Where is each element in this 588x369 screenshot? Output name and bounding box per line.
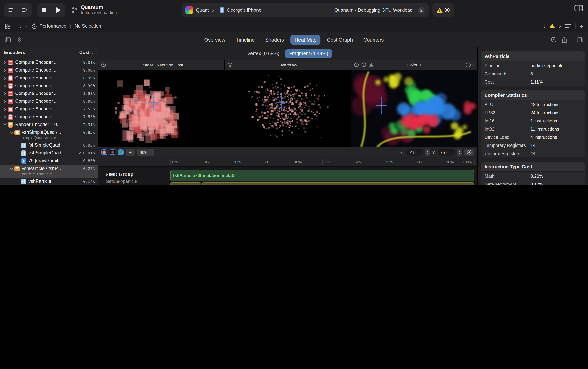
gear-icon[interactable]: ⚙	[17, 36, 22, 43]
back-chevron-icon[interactable]: ‹	[20, 23, 21, 29]
attachment-pane[interactable]: Color 0 ⌄	[351, 60, 477, 147]
window-layout-icon[interactable]	[574, 4, 583, 12]
pane-canvas-holder[interactable]	[98, 70, 224, 147]
pane-header: Shader Execution Cost	[98, 60, 224, 70]
x-stepper[interactable]: ▲▼	[425, 149, 430, 156]
attachment-thumb-overdraw[interactable]	[110, 149, 115, 155]
breadcrumb-selection[interactable]: No Selection	[75, 23, 101, 29]
flame-bar[interactable]: fwidth <metal_graphics> ([INLINED])	[202, 182, 475, 184]
forward-chevron-icon[interactable]: ›	[25, 23, 27, 29]
pane-menu[interactable]: ⌄	[466, 62, 475, 67]
stage-segment[interactable]: Fragment (1.44%)	[285, 49, 332, 58]
svg-text:{}: {}	[22, 144, 26, 147]
encoder-row[interactable]: Render Encoder 1 0... 2.31%	[0, 121, 98, 129]
encoder-row[interactable]: Compute Encoder... 7.53%	[0, 105, 98, 113]
x-coordinate-field[interactable]: 915	[406, 149, 423, 156]
encoder-cost: 8.98%	[83, 98, 95, 105]
run-session-title: Quantum - Debugging GPU Workload	[334, 7, 413, 13]
prev-issue-icon[interactable]: ‹	[544, 23, 545, 29]
inspector-row: Int32 11 Instructions	[481, 125, 585, 133]
lines-icon[interactable]	[565, 24, 571, 28]
flame-bar[interactable]: fshParticle <Simulation....	[170, 182, 201, 184]
ai-assistant-icon[interactable]	[18, 3, 32, 17]
encoder-label: vshSimpleQuad	[28, 150, 76, 156]
encoder-row[interactable]: Compute Encoder... 8.99%	[0, 74, 98, 82]
encoder-row[interactable]: Compute Encoder... 8.98%	[0, 90, 98, 98]
ruler-tick-label: 100%	[463, 159, 475, 165]
add-attachment-button[interactable]: +	[126, 149, 134, 156]
pane-canvas-holder[interactable]	[225, 70, 351, 147]
compute-encoder-icon	[8, 83, 13, 89]
gauge-icon[interactable]	[551, 37, 557, 43]
tab[interactable]: Shaders	[261, 35, 288, 44]
ruler-tick-label: 90%	[444, 159, 454, 165]
attachment-pane[interactable]: Shader Execution Cost	[98, 60, 225, 147]
pane-canvas-holder[interactable]	[351, 70, 477, 147]
next-issue-icon[interactable]: ›	[559, 23, 561, 29]
scm-branch[interactable]: Quantum feature/onboarding	[72, 5, 117, 15]
warnings-button[interactable]: 30	[433, 3, 454, 17]
add-icon[interactable]: +	[580, 23, 583, 29]
encoder-row[interactable]: {} fshSimpleQuad 0.85%	[0, 142, 98, 149]
breadcrumb-section[interactable]: Performance	[40, 23, 66, 29]
attachment-thumb-color0[interactable]	[118, 149, 124, 155]
encoder-row[interactable]: {} vshSimpleQuad < 0.01%	[0, 149, 98, 157]
zoom-dropdown[interactable]: 90%⌄	[137, 149, 155, 156]
stop-button[interactable]	[37, 3, 51, 17]
git-branch-icon	[72, 7, 78, 13]
encoder-row[interactable]: vshParticle / fshP... particle->particle…	[0, 165, 98, 178]
y-coordinate-field[interactable]: 757	[438, 149, 455, 156]
left-panel-toggle-icon[interactable]	[5, 37, 11, 42]
flame-bar[interactable]: fshParticle <Simulation.metal>	[170, 170, 475, 181]
sidebar-list-icon[interactable]	[4, 3, 18, 17]
heat-map-main: Vertex (0.69%)Fragment (1.44%) Shader Ex…	[98, 47, 477, 184]
target-pixel-button[interactable]	[464, 149, 474, 156]
pane-warning-icon[interactable]	[369, 63, 374, 67]
divider	[572, 37, 572, 42]
inspector-row-value: 8	[530, 71, 533, 76]
compute-encoder-icon	[8, 91, 13, 96]
stage-segment[interactable]: Vertex (0.69%)	[243, 49, 283, 58]
jump-bar-right: ‹ › +	[544, 23, 583, 29]
inspector-row-label: Device Load	[485, 135, 530, 139]
encoder-row[interactable]: {} vshParticle 0.14%	[0, 178, 98, 184]
tab[interactable]: Timeline	[232, 35, 259, 44]
encoder-cost: 0.85%	[83, 142, 95, 149]
encoder-cost: 0.14%	[83, 178, 95, 184]
scheme-device-bar[interactable]: Quant ❯ George's iPhone Quantum - Debugg…	[182, 3, 429, 17]
grid-icon[interactable]	[5, 23, 10, 29]
share-icon[interactable]	[562, 36, 567, 43]
inspector-row-value: 4 Instructions	[530, 135, 557, 139]
encoder-row[interactable]: vshSimpleQuad /... simpleQuad->color... …	[0, 129, 98, 142]
inspector-row-value: 0.17%	[530, 182, 543, 184]
tab[interactable]: Cost Graph	[323, 35, 357, 44]
encoder-row[interactable]: Compute Encoder... 8.99%	[0, 82, 98, 90]
tab[interactable]: Heat Map	[291, 35, 320, 44]
inspector-row: Cost 1.11%	[481, 78, 585, 86]
encoder-label: Compute Encoder...	[15, 75, 81, 81]
tab[interactable]: Overview	[200, 35, 229, 44]
encoder-label: vshSimpleQuad /...	[22, 129, 81, 135]
info-icon[interactable]	[361, 62, 366, 67]
encoder-row[interactable]: 79 [drawPrimiti... 0.85%	[0, 157, 98, 165]
encoder-cost: 0.27%	[83, 165, 95, 172]
cost-column-header[interactable]: Cost ⌄	[79, 50, 94, 55]
attachment-pane[interactable]: Overdraw	[225, 60, 351, 147]
encoder-row[interactable]: Compute Encoder... 9.01%	[0, 59, 98, 66]
scheme-name[interactable]: Quant	[196, 7, 209, 13]
encoder-row[interactable]: Compute Encoder... 9.00%	[0, 66, 98, 74]
encoder-row[interactable]: Compute Encoder... 7.53%	[0, 113, 98, 121]
play-button[interactable]	[51, 3, 65, 17]
issue-warning-icon[interactable]	[549, 24, 555, 28]
right-panel-toggle-icon[interactable]	[577, 37, 583, 42]
simd-group-label: SIMD Group	[105, 172, 133, 177]
encoder-cost: < 0.01%	[79, 150, 95, 156]
flame-graph: SIMD Group particle->particle ❯ Thread S…	[98, 167, 477, 184]
device-name[interactable]: George's iPhone	[227, 7, 261, 13]
tab[interactable]: Counters	[359, 35, 388, 44]
ruler-tick-label: 60%	[353, 159, 362, 165]
encoder-row[interactable]: Compute Encoder... 8.98%	[0, 98, 98, 105]
attachment-thumb-cost[interactable]	[102, 149, 107, 155]
y-stepper[interactable]: ▲▼	[457, 149, 462, 156]
ruler-tick-label: 70%	[383, 159, 393, 165]
